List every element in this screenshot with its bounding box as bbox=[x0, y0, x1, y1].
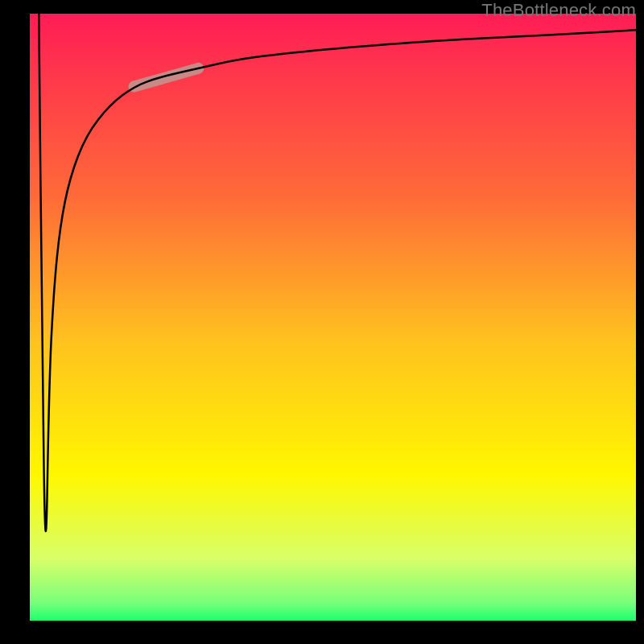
plot-area bbox=[30, 14, 636, 621]
chart-container: TheBottleneck.com bbox=[0, 0, 644, 644]
plot-canvas bbox=[30, 14, 636, 621]
